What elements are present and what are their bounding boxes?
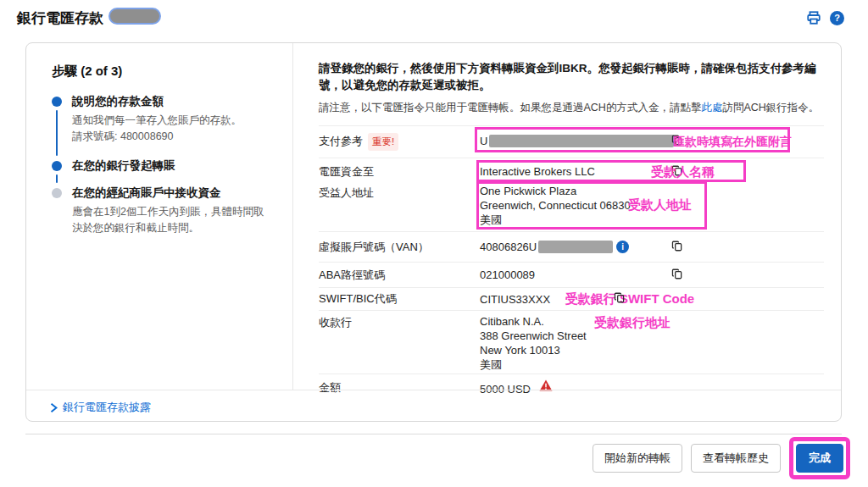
van-value: 40806826U [480,241,537,253]
step-description: 應會在1到2個工作天內到賬，具體時間取決於您的銀行和截止時間。 [72,204,269,237]
info-icon[interactable]: i [616,241,629,253]
step-item-1: 說明您的存款金額 通知我們每一筆存入您賬戶的存款。 請求號碼: 48000869… [52,95,274,159]
annotation-highlight-box: 完成 [789,437,850,479]
page-header: 銀行電匯存款 ? [0,0,868,36]
page-title: 銀行電匯存款 [17,8,103,28]
done-button[interactable]: 完成 [796,444,843,473]
ach-note-text: 請注意，以下電匯指令只能用于電匯轉帳。如果您是通過ACH的方式入金，請點擊 [319,102,701,113]
annotation-beneficiary-address: 受款人地址 [628,196,692,213]
redacted-payment-reference [489,135,674,147]
wire-to-value: Interactive Brokers LLC [480,165,595,178]
redacted-account-badge [108,8,161,25]
receiving-bank-line: 388 Greenwich Street [480,329,824,343]
beneficiary-address-label: 受益人地址 [319,185,480,201]
annotation-beneficiary-name: 受款人名稱 [651,163,715,180]
row-van: 虛擬賬戶號碼（VAN） 40806826Ui [319,232,824,263]
step-connector [56,110,58,156]
receiving-bank-line: 美國 [480,357,824,372]
van-label: 虛擬賬戶號碼（VAN） [319,239,480,255]
wire-instructions-card: 步驟 (2 of 3) 說明您的存款金額 通知我們每一筆存入您賬戶的存款。 請求… [25,42,842,422]
footer-divider [25,434,842,434]
chevron-right-icon [50,403,58,412]
ach-instructions-link[interactable]: 此處 [701,102,722,113]
step-request-number: 請求號碼: 480008690 [72,129,269,145]
amount-label: 金額 [319,379,480,396]
receiving-bank-line: New York 10013 [480,343,824,357]
step-connector [56,174,58,183]
step-dot-active [52,97,62,107]
steps-title: 步驟 (2 of 3) [52,64,274,80]
step-item-3: 在您的經紀商賬戶中接收資金 應會在1到2個工作天內到賬，具體時間取決於您的銀行和… [52,186,274,251]
aba-value: 021000089 [480,268,535,281]
swift-label: SWIFT/BIC代碼 [319,291,480,307]
step-dot-pending [52,188,62,198]
step-label: 在您的銀行發起轉賬 [72,159,175,173]
help-icon[interactable]: ? [830,11,844,25]
step-description: 通知我們每一筆存入您賬戶的存款。 [72,113,269,129]
row-payment-reference: 支付參考重要! U 匯款時填寫在外匯附言 [319,125,824,158]
copy-icon[interactable] [671,268,683,285]
annotation-payment-reference: 匯款時填寫在外匯附言 [673,134,792,150]
intro-text: 請登錄您的銀行，然後使用下方資料轉賬資金到IBKR。您發起銀行轉賬時，請確保包括… [319,60,824,95]
ach-note-text-after: 訪問ACH銀行指令。 [722,102,819,113]
redacted-van [538,241,613,253]
annotation-swift-code: 受款銀行 SWIFT Code [565,291,695,306]
row-receiving-bank: 收款行 Citibank N.A. 388 Greenwich Street N… [319,311,824,374]
row-aba: ABA路徑號碼 021000089 [319,263,824,288]
aba-label: ABA路徑號碼 [319,267,480,283]
copy-icon[interactable] [614,291,626,308]
step-dot-active [52,161,62,171]
row-amount: 金額 5000 USD [319,374,824,402]
amount-value: 5000 USD [480,383,531,396]
row-wire-to-and-address: 電匯資金至 受益人地址 Interactive Brokers LLC 受款人名… [319,158,824,232]
row-swift: SWIFT/BIC代碼 CITIUS33XXX 受款銀行 SWIFT Code [319,288,824,311]
wire-details: 請登錄您的銀行，然後使用下方資料轉賬資金到IBKR。您發起銀行轉賬時，請確保包括… [293,43,843,402]
footer-actions: 開始新的轉帳 查看轉帳歷史 完成 [593,437,850,479]
payment-reference-value: U [480,135,487,147]
card-footer-divider [26,390,841,390]
payment-reference-label: 支付參考 [319,135,363,147]
ach-note: 請注意，以下電匯指令只能用于電匯轉帳。如果您是通過ACH的方式入金，請點擊此處訪… [319,101,824,115]
beneficiary-address-line: 美國 [480,213,824,227]
step-label: 說明您的存款金額 [72,95,269,108]
bank-wire-deposit-page: { "header": { "title": "銀行電匯存款", "help_g… [0,0,868,487]
disclosure-link[interactable]: 銀行電匯存款披露 [50,400,151,415]
print-icon[interactable] [806,10,821,25]
start-new-transfer-button[interactable]: 開始新的轉帳 [593,444,682,473]
warning-icon[interactable] [539,379,553,396]
receiving-bank-label: 收款行 [319,314,480,330]
copy-icon[interactable] [671,240,683,257]
step-item-2: 在您的銀行發起轉賬 [52,159,274,186]
disclosure-link-label: 銀行電匯存款披露 [63,400,151,415]
annotation-receiving-bank-address: 受款銀行地址 [594,314,670,330]
view-transfer-history-button[interactable]: 查看轉帳歷史 [691,444,781,473]
step-label: 在您的經紀商賬戶中接收資金 [72,186,269,200]
wire-to-label: 電匯資金至 [319,163,480,180]
steps-sidebar: 步驟 (2 of 3) 說明您的存款金額 通知我們每一筆存入您賬戶的存款。 請求… [26,43,293,390]
important-badge: 重要! [368,133,398,151]
swift-value: CITIUS33XXX [480,293,550,306]
